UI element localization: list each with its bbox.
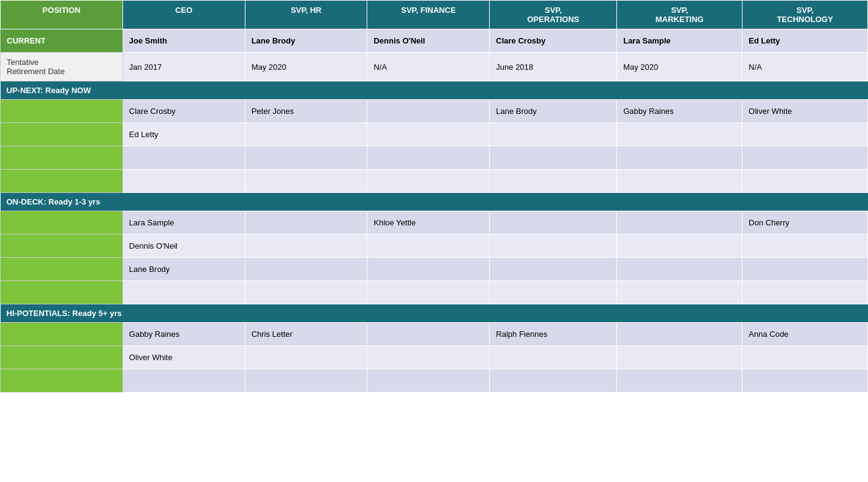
upnext-hr-1: Peter Jones	[245, 100, 367, 123]
ondeck-row-1: Lara Sample Khloe Yettle Don Cherry	[1, 211, 868, 235]
ondeck-ops-4	[490, 281, 617, 304]
ondeck-mkt-3	[617, 258, 743, 281]
hipot-hr-1: Chris Letter	[245, 323, 367, 346]
hipot-row-3	[1, 369, 868, 393]
hipotentials-label: HI-POTENTIALS: Ready 5+ yrs	[1, 304, 868, 323]
upnext-mkt-4	[617, 170, 743, 193]
ondeck-tech-3	[743, 258, 868, 281]
upnext-label: UP-NEXT: Ready NOW	[1, 81, 868, 100]
current-svp-marketing: Lara Sample	[617, 29, 743, 53]
upnext-fin-4	[367, 170, 490, 193]
current-svp-hr: Lane Brody	[245, 29, 367, 53]
upnext-row-4	[1, 170, 868, 193]
ondeck-fin-2	[367, 235, 490, 258]
ondeck-hr-1	[245, 211, 367, 235]
current-row: CURRENT Joe Smith Lane Brody Dennis O'Ne…	[1, 29, 868, 53]
upnext-mkt-2	[617, 123, 743, 146]
upnext-ops-4	[490, 170, 617, 193]
upnext-mkt-1: Gabby Raines	[617, 100, 743, 123]
ondeck-mkt-4	[617, 281, 743, 304]
ondeck-label-2	[1, 235, 123, 258]
ondeck-fin-4	[367, 281, 490, 304]
hipot-label-2	[1, 346, 123, 369]
hipot-row-2: Oliver White	[1, 346, 868, 369]
ondeck-ops-3	[490, 258, 617, 281]
upnext-fin-2	[367, 123, 490, 146]
ondeck-mkt-1	[617, 211, 743, 235]
upnext-hr-2	[245, 123, 367, 146]
ondeck-tech-1: Don Cherry	[743, 211, 868, 235]
ondeck-ceo-1: Lara Sample	[122, 211, 245, 235]
ondeck-ops-1	[490, 211, 617, 235]
succession-table: POSITION CEO SVP, HR SVP, FINANCE SVP, O…	[0, 0, 868, 393]
ondeck-label-1	[1, 211, 123, 235]
ondeck-hr-3	[245, 258, 367, 281]
current-ceo: Joe Smith	[122, 29, 245, 53]
upnext-tech-1: Oliver White	[743, 100, 868, 123]
upnext-fin-1	[367, 100, 490, 123]
current-svp-finance: Dennis O'Neil	[367, 29, 490, 53]
ondeck-row-2: Dennis O'Neil	[1, 235, 868, 258]
ondeck-row-3: Lane Brody	[1, 258, 868, 281]
current-label: CURRENT	[1, 29, 123, 53]
hipot-label-1	[1, 323, 123, 346]
upnext-label-3	[1, 146, 123, 170]
hipot-ceo-3	[122, 369, 245, 393]
upnext-ops-1: Lane Brody	[490, 100, 617, 123]
upnext-ceo-3	[122, 146, 245, 170]
ondeck-mkt-2	[617, 235, 743, 258]
upnext-ops-2	[490, 123, 617, 146]
header-row: POSITION CEO SVP, HR SVP, FINANCE SVP, O…	[1, 1, 868, 29]
hipot-row-1: Gabby Raines Chris Letter Ralph Fiennes …	[1, 323, 868, 346]
ondeck-tech-2	[743, 235, 868, 258]
upnext-ops-3	[490, 146, 617, 170]
col-position: POSITION	[1, 1, 123, 29]
col-svp-hr: SVP, HR	[245, 1, 367, 29]
upnext-label-2	[1, 123, 123, 146]
col-svp-finance: SVP, FINANCE	[367, 1, 490, 29]
upnext-ceo-4	[122, 170, 245, 193]
upnext-fin-3	[367, 146, 490, 170]
upnext-row-2: Ed Letty	[1, 123, 868, 146]
retirement-row: Tentative Retirement Date Jan 2017 May 2…	[1, 53, 868, 81]
col-ceo: CEO	[122, 1, 245, 29]
upnext-label-4	[1, 170, 123, 193]
hipotentials-header: HI-POTENTIALS: Ready 5+ yrs	[1, 304, 868, 323]
upnext-ceo-2: Ed Letty	[122, 123, 245, 146]
current-svp-tech: Ed Letty	[743, 29, 868, 53]
hipot-tech-2	[743, 346, 868, 369]
hipot-hr-2	[245, 346, 367, 369]
hipot-ops-2	[490, 346, 617, 369]
col-svp-operations: SVP, OPERATIONS	[490, 1, 617, 29]
hipot-ops-3	[490, 369, 617, 393]
retirement-svp-tech: N/A	[743, 53, 868, 81]
hipot-fin-2	[367, 346, 490, 369]
upnext-mkt-3	[617, 146, 743, 170]
retirement-svp-ops: June 2018	[490, 53, 617, 81]
hipot-tech-1: Anna Code	[743, 323, 868, 346]
ondeck-ceo-3: Lane Brody	[122, 258, 245, 281]
retirement-ceo: Jan 2017	[122, 53, 245, 81]
ondeck-hr-2	[245, 235, 367, 258]
ondeck-fin-1: Khloe Yettle	[367, 211, 490, 235]
upnext-tech-4	[743, 170, 868, 193]
ondeck-ops-2	[490, 235, 617, 258]
ondeck-row-4	[1, 281, 868, 304]
ondeck-label: ON-DECK: Ready 1-3 yrs	[1, 193, 868, 211]
upnext-tech-3	[743, 146, 868, 170]
upnext-row-1: Clare Crosby Peter Jones Lane Brody Gabb…	[1, 100, 868, 123]
upnext-header: UP-NEXT: Ready NOW	[1, 81, 868, 100]
upnext-ceo-1: Clare Crosby	[122, 100, 245, 123]
retirement-svp-hr: May 2020	[245, 53, 367, 81]
upnext-row-3	[1, 146, 868, 170]
hipot-hr-3	[245, 369, 367, 393]
retirement-svp-finance: N/A	[367, 53, 490, 81]
hipot-mkt-3	[617, 369, 743, 393]
hipot-fin-1	[367, 323, 490, 346]
hipot-mkt-2	[617, 346, 743, 369]
ondeck-ceo-2: Dennis O'Neil	[122, 235, 245, 258]
hipot-fin-3	[367, 369, 490, 393]
ondeck-label-4	[1, 281, 123, 304]
ondeck-hr-4	[245, 281, 367, 304]
ondeck-ceo-4	[122, 281, 245, 304]
